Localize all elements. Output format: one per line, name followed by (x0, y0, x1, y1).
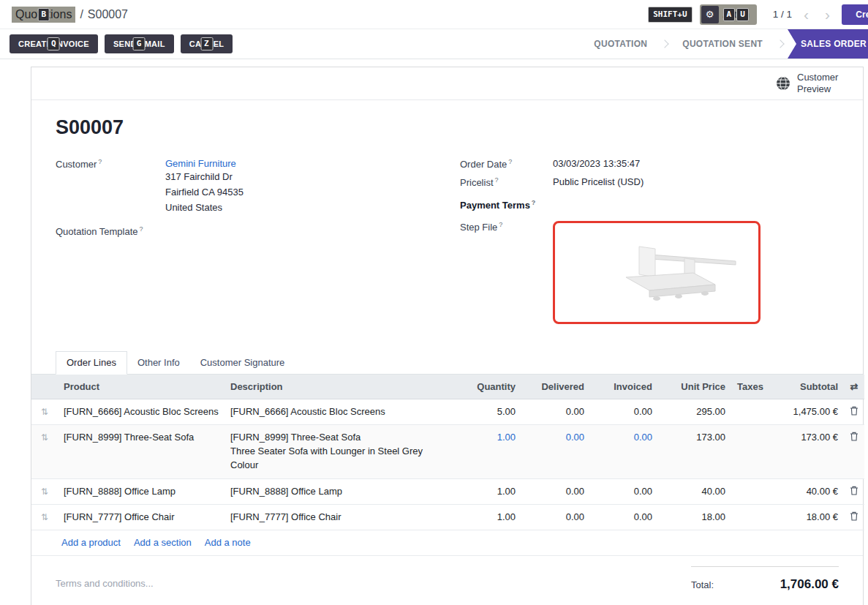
quantity-cell[interactable]: 5.00 (457, 399, 521, 424)
field-order-date: Order Date? 03/03/2023 13:35:47 (460, 158, 839, 170)
order-lines-table: Product Description Quantity Delivered I… (31, 375, 864, 530)
product-cell[interactable]: [FURN_6666] Acoustic Bloc Screens (58, 399, 224, 424)
subtotal-cell: 1,475.00 € (765, 399, 844, 424)
quantity-cell[interactable]: 1.00 (457, 504, 521, 530)
add-note-link[interactable]: Add a note (205, 537, 251, 548)
product-cell[interactable]: [FURN_8888] Office Lamp (58, 478, 224, 504)
subtotal-column-header[interactable]: Subtotal (765, 375, 844, 399)
delivered-cell[interactable]: 0.00 (521, 399, 590, 424)
breadcrumb-quotations[interactable]: Quotations B (12, 7, 75, 23)
keyboard-hint-badge: G (133, 37, 146, 50)
status-step-quotation-sent[interactable]: QUOTATION SENT (672, 29, 773, 59)
taxes-cell[interactable] (731, 399, 765, 424)
taxes-column-header[interactable]: Taxes (731, 375, 765, 399)
taxes-cell[interactable] (731, 504, 765, 530)
help-icon: ? (499, 221, 502, 228)
pager-previous-icon[interactable]: ‹ (799, 7, 813, 22)
add-section-link[interactable]: Add a section (134, 537, 192, 548)
product-column-header[interactable]: Product (58, 375, 224, 399)
taxes-cell[interactable] (731, 478, 765, 504)
unit-price-cell[interactable]: 295.00 (658, 399, 731, 424)
field-pricelist: Pricelist? Public Pricelist (USD) (460, 176, 839, 188)
tab-other-info[interactable]: Other Info (127, 352, 190, 374)
help-icon: ? (508, 158, 512, 165)
order-date-field-value[interactable]: 03/03/2023 13:35:47 (553, 158, 640, 170)
delivered-cell[interactable]: 0.00 (521, 424, 590, 478)
delete-row-icon[interactable] (850, 432, 858, 443)
tab-order-lines[interactable]: Order Lines (56, 351, 127, 375)
description-cell[interactable]: [FURN_8888] Office Lamp (224, 478, 457, 504)
unit-price-cell[interactable]: 173.00 (658, 424, 731, 478)
unit-price-cell[interactable]: 18.00 (658, 504, 731, 530)
keyboard-hint-badge: U (736, 8, 749, 21)
cancel-button[interactable]: CANCEL Z (181, 34, 233, 53)
order-date-field-label: Order Date? (460, 158, 553, 170)
pricelist-field-value[interactable]: Public Pricelist (USD) (553, 176, 644, 188)
invoiced-cell[interactable]: 0.00 (590, 399, 658, 424)
product-cell[interactable]: [FURN_8999] Three-Seat Sofa (58, 424, 224, 478)
drag-handle-icon[interactable]: ⇅ (41, 407, 48, 417)
total-section: Total: 1,706.00 € (691, 566, 839, 592)
action-menu-button[interactable]: ⚙ Action A U (700, 4, 757, 25)
terms-placeholder[interactable]: Terms and conditions... (56, 578, 154, 589)
control-panel-right: SHIFT+U ⚙ Action A U 1 / 1 ‹ › Create (648, 4, 868, 25)
invoiced-cell[interactable]: 0.00 (590, 478, 658, 504)
status-step-sales-order[interactable]: SALES ORDER (788, 29, 868, 59)
keyboard-hint-shift-u: SHIFT+U (648, 7, 692, 23)
quantity-cell[interactable]: 1.00 (457, 424, 521, 478)
subtotal-cell: 18.00 € (765, 504, 844, 530)
invoiced-cell[interactable]: 0.00 (590, 504, 658, 530)
delivered-cell[interactable]: 0.00 (521, 478, 590, 504)
taxes-cell[interactable] (731, 424, 765, 478)
description-cell[interactable]: [FURN_7777] Office Chair (224, 504, 457, 530)
drag-handle-icon[interactable]: ⇅ (41, 432, 48, 443)
delete-row-icon[interactable] (850, 486, 858, 497)
delivered-cell[interactable]: 0.00 (521, 504, 590, 530)
invoiced-column-header[interactable]: Invoiced (590, 375, 658, 399)
delivered-column-header[interactable]: Delivered (521, 375, 590, 399)
quantity-cell[interactable]: 1.00 (457, 478, 521, 504)
keyboard-hint-badge: Q (48, 37, 60, 50)
unit-price-cell[interactable]: 40.00 (658, 478, 731, 504)
status-step-quotation[interactable]: QUOTATION (584, 29, 657, 59)
drag-handle-icon[interactable]: ⇅ (41, 512, 48, 522)
field-customer: Customer? Gemini Furniture 317 Fairchild… (56, 158, 460, 215)
send-email-button[interactable]: SEND EMAIL G (105, 34, 174, 53)
step-file-3d-render (597, 232, 758, 312)
create-button[interactable]: Create (842, 4, 868, 25)
optional-columns-header[interactable]: ⇄ (844, 375, 864, 399)
payment-terms-field-label: Payment Terms? (460, 199, 553, 211)
optional-columns-icon[interactable]: ⇄ (850, 381, 858, 392)
pager-next-icon[interactable]: › (820, 7, 834, 22)
customer-field-value[interactable]: Gemini Furniture (165, 158, 244, 169)
address-line: United States (165, 200, 244, 215)
create-invoice-button[interactable]: CREATE INVOICE Q (10, 34, 98, 53)
form-fields: Customer? Gemini Furniture 317 Fairchild… (56, 158, 839, 331)
tab-customer-signature[interactable]: Customer Signature (190, 352, 295, 374)
help-icon: ? (495, 176, 499, 184)
description-cell[interactable]: [FURN_6666] Acoustic Bloc Screens (224, 399, 457, 424)
delete-row-icon[interactable] (850, 511, 858, 523)
invoiced-cell[interactable]: 0.00 (590, 424, 658, 478)
status-bar: QUOTATION QUOTATION SENT SALES ORDER (584, 29, 868, 59)
total-label: Total: (691, 579, 714, 590)
product-cell[interactable]: [FURN_7777] Office Chair (58, 504, 224, 530)
table-row: ⇅ [FURN_8999] Three-Seat Sofa [FURN_8999… (31, 424, 864, 478)
delete-row-icon[interactable] (850, 406, 858, 418)
customer-preview-button[interactable]: Customer Preview (776, 72, 850, 96)
field-payment-terms: Payment Terms? (460, 199, 839, 211)
sheet-footer: Terms and conditions... Total: 1,706.00 … (31, 556, 863, 592)
customer-preview-label: Customer Preview (797, 72, 850, 96)
description-column-header[interactable]: Description (224, 375, 457, 399)
quantity-column-header[interactable]: Quantity (457, 375, 521, 399)
statusbar-separator (661, 40, 669, 48)
table-row: ⇅ [FURN_8888] Office Lamp [FURN_8888] Of… (31, 478, 864, 504)
sheet-header: Customer Preview (31, 67, 863, 100)
add-product-link[interactable]: Add a product (61, 537, 121, 548)
description-cell[interactable]: [FURN_8999] Three-Seat Sofa Three Seater… (224, 424, 457, 478)
drag-handle-icon[interactable]: ⇅ (41, 486, 48, 497)
unit-price-column-header[interactable]: Unit Price (658, 375, 731, 399)
breadcrumb-current: S00007 (88, 8, 128, 21)
subtotal-cell: 40.00 € (765, 478, 844, 504)
sheet-body: S00007 Customer? Gemini Furniture 317 Fa… (31, 100, 863, 331)
